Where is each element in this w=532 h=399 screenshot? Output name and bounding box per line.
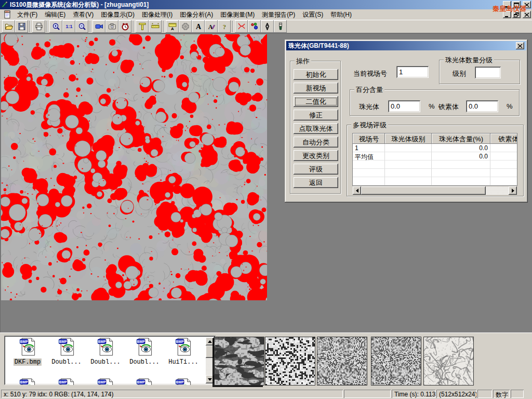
op-button-4[interactable]: 点取珠光体 — [294, 123, 338, 134]
toolbar-separator — [133, 21, 134, 32]
scroll-up-button[interactable] — [206, 337, 214, 345]
dialog-close-button[interactable] — [516, 42, 524, 49]
menu-item-6[interactable]: 图像测量(M) — [217, 9, 258, 21]
toolbar-separator — [90, 21, 91, 32]
file-item-1[interactable]: BMPDoubl... — [47, 338, 86, 366]
svg-text:BMP: BMP — [98, 340, 107, 343]
menu-item-0[interactable]: 文件(F) — [14, 9, 41, 21]
menu-item-7[interactable]: 测量报告(P) — [258, 9, 299, 21]
file-item-3[interactable]: BMPDoubl... — [125, 338, 164, 366]
help-button[interactable]: ? — [218, 20, 231, 33]
v-scroll-track[interactable] — [206, 358, 214, 375]
color-points-button[interactable] — [248, 20, 261, 33]
h-scroll-thumb[interactable] — [361, 187, 486, 195]
caliper-button[interactable] — [136, 20, 149, 33]
pen-button[interactable] — [261, 20, 274, 33]
op-button-6[interactable]: 更改类别 — [294, 150, 338, 161]
menu-item-3[interactable]: 图像显示(D) — [97, 9, 138, 21]
bmp-file-icon: BMP — [97, 378, 114, 385]
text-edit-button[interactable]: A — [205, 20, 218, 33]
print-button[interactable] — [32, 20, 45, 33]
file-item-2[interactable]: BMPDoubl... — [86, 338, 125, 366]
table-h-scrollbar[interactable] — [353, 187, 517, 195]
menu-item-2[interactable]: 查看(V) — [69, 9, 97, 21]
table-cell — [432, 177, 490, 185]
file-item-0[interactable]: BMPDKF.bmp — [8, 338, 47, 366]
thumbnail-image-2[interactable] — [317, 337, 367, 385]
menu-item-1[interactable]: 编辑(E) — [41, 9, 69, 21]
bottom-panel: BMPDKF.bmpBMPDoubl...BMPDoubl...BMPDoubl… — [0, 332, 532, 389]
file-browser: BMPDKF.bmpBMPDoubl...BMPDoubl...BMPDoubl… — [4, 336, 216, 385]
file-v-scrollbar[interactable] — [206, 337, 214, 383]
table-cell — [490, 169, 517, 177]
table-row[interactable] — [353, 161, 517, 169]
ferrite-input[interactable]: 0.0 — [466, 100, 498, 112]
table-row[interactable] — [353, 169, 517, 177]
scroll-left-button[interactable] — [353, 187, 361, 195]
file-item-row2-4[interactable]: BMP — [164, 378, 203, 385]
clock-button[interactable] — [118, 20, 131, 33]
svg-text:BMP: BMP — [20, 340, 29, 343]
save-button[interactable] — [15, 20, 28, 33]
thumbnail-image-0[interactable] — [214, 337, 264, 385]
svg-text:BMP: BMP — [59, 380, 68, 384]
menu-item-4[interactable]: 图像处理(I) — [138, 9, 176, 21]
thumbnail-image-1[interactable] — [265, 337, 315, 385]
pearlite-input[interactable]: 0.0 — [388, 100, 420, 112]
table-cell: 平均值 — [353, 152, 385, 161]
table-row[interactable]: 10.0 — [353, 144, 517, 152]
percent-group-label: 百分含量 — [354, 86, 384, 94]
toolbar-separator — [163, 21, 164, 32]
file-item-4[interactable]: BMPHuiTi... — [164, 338, 203, 366]
op-button-2[interactable]: 二值化 — [294, 96, 338, 107]
menu-item-5[interactable]: 图像分析(A) — [176, 9, 217, 21]
table-row[interactable]: 平均值0.0 — [353, 152, 517, 161]
op-button-0[interactable]: 初始化 — [294, 69, 338, 80]
status-time: Time (s): 0.113 — [392, 390, 435, 398]
measure-text-button[interactable]: A — [166, 20, 179, 33]
status-empty-1 — [344, 390, 391, 398]
curve-button[interactable] — [235, 20, 248, 33]
thumbnail-image-3[interactable] — [371, 337, 421, 385]
scroll-right-button[interactable] — [509, 187, 517, 195]
op-button-1[interactable]: 新视场 — [294, 83, 338, 94]
file-item-row2-3[interactable]: BMP — [125, 378, 164, 385]
open-file-button[interactable] — [2, 20, 15, 33]
ruler-button[interactable] — [149, 20, 162, 33]
text-button[interactable]: A — [192, 20, 205, 33]
zoom-in-button[interactable] — [49, 20, 62, 33]
pattern-button[interactable] — [179, 20, 192, 33]
document-icon[interactable]: DOC — [3, 10, 11, 19]
specimen-image[interactable] — [1, 34, 267, 300]
file-item-row2-0[interactable]: BMP — [8, 378, 47, 385]
level-input[interactable] — [475, 66, 501, 78]
multi-field-group-label: 多视场评级 — [351, 121, 388, 129]
table-header-2: 珠光体含量(%) — [432, 134, 490, 144]
op-button-5[interactable]: 自动分类 — [294, 137, 338, 148]
table-cell — [490, 161, 517, 169]
op-button-3[interactable]: 修正 — [294, 110, 338, 121]
photo-camera-button[interactable] — [105, 20, 118, 33]
caliper-icon — [138, 22, 147, 31]
thumbnail-image-4[interactable] — [423, 337, 474, 385]
v-scroll-thumb[interactable] — [206, 345, 214, 358]
op-button-7[interactable]: 评级 — [294, 164, 338, 175]
current-field-input[interactable]: 1 — [396, 66, 429, 78]
table-cell: 1 — [353, 144, 385, 152]
brush-button[interactable] — [274, 20, 287, 33]
menu-item-8[interactable]: 设置(S) — [299, 9, 327, 21]
file-item-row2-1[interactable]: BMP — [47, 378, 86, 385]
pearlite-dialog: 珠光体(GB/T9441-88) 操作 初始化新视场二值化修正点取珠光体自动分类… — [285, 39, 528, 203]
table-row[interactable] — [353, 177, 517, 185]
op-button-8[interactable]: 返回 — [294, 177, 338, 188]
actual-size-button[interactable]: 1:1 — [62, 20, 75, 33]
video-camera-button[interactable] — [92, 20, 105, 33]
status-size: (512x512x24) — [436, 390, 476, 398]
actual-size-icon: 1:1 — [65, 22, 73, 31]
zoom-out-button[interactable] — [75, 20, 88, 33]
scroll-down-button[interactable] — [206, 375, 214, 383]
h-scroll-track[interactable] — [486, 187, 509, 195]
bmp-file-icon: BMP — [19, 338, 36, 356]
file-item-row2-2[interactable]: BMP — [86, 378, 125, 385]
menu-item-9[interactable]: 帮助(H) — [327, 9, 355, 21]
